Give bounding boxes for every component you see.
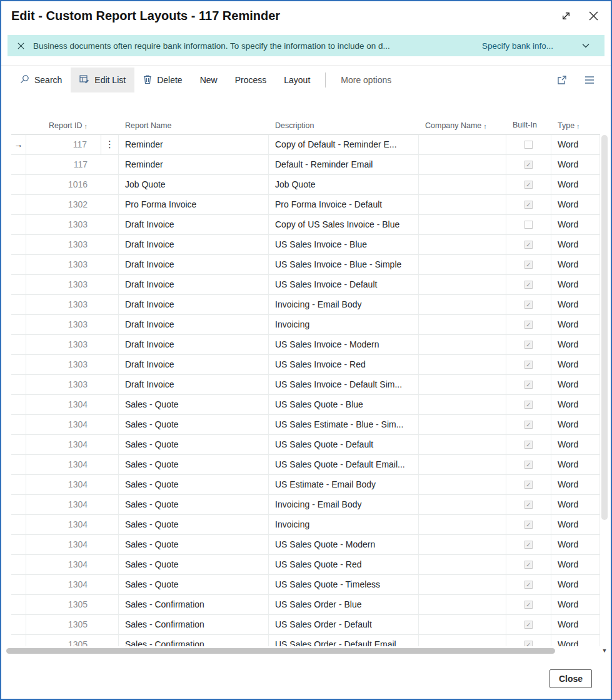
company-name-cell[interactable]	[419, 515, 506, 535]
type-cell[interactable]: Word	[551, 315, 600, 335]
company-name-cell[interactable]	[419, 295, 506, 315]
table-row[interactable]: 1304 Sales - Quote US Sales Estimate - B…	[11, 415, 600, 435]
report-id-cell[interactable]: 1304	[26, 455, 101, 475]
company-name-cell[interactable]	[419, 575, 506, 595]
report-name-cell[interactable]: Sales - Quote	[119, 555, 269, 575]
report-name-cell[interactable]: Pro Forma Invoice	[119, 195, 269, 215]
row-selector-cell[interactable]	[11, 375, 26, 395]
notification-action-link[interactable]: Specify bank info...	[482, 41, 553, 51]
table-row[interactable]: → 117 ⋮ Reminder Copy of Default - Remin…	[11, 135, 600, 155]
row-selector-cell[interactable]	[11, 635, 26, 646]
table-row[interactable]: 1305 Sales - Confirmation US Sales Order…	[11, 635, 600, 646]
description-cell[interactable]: US Sales Order - Default Email...	[269, 635, 419, 646]
edit-list-button[interactable]: Edit List	[71, 68, 134, 92]
row-menu-cell[interactable]	[101, 495, 119, 515]
company-name-cell[interactable]	[419, 255, 506, 275]
row-selector-cell[interactable]	[11, 395, 26, 415]
table-row[interactable]: 1304 Sales - Quote US Sales Quote - Defa…	[11, 455, 600, 475]
row-menu-cell[interactable]	[101, 175, 119, 195]
description-cell[interactable]: Default - Reminder Email	[269, 155, 419, 175]
report-name-cell[interactable]: Draft Invoice	[119, 215, 269, 235]
more-options-button[interactable]: More options	[332, 68, 400, 92]
row-selector-cell[interactable]	[11, 295, 26, 315]
type-cell[interactable]: Word	[551, 335, 600, 355]
description-cell[interactable]: US Sales Quote - Default Email...	[269, 455, 419, 475]
report-name-cell[interactable]: Sales - Quote	[119, 575, 269, 595]
company-name-cell[interactable]	[419, 595, 506, 615]
company-name-cell[interactable]	[419, 375, 506, 395]
row-selector-cell[interactable]	[11, 275, 26, 295]
company-name-cell[interactable]	[419, 275, 506, 295]
report-name-cell[interactable]: Draft Invoice	[119, 355, 269, 375]
type-cell[interactable]: Word	[551, 595, 600, 615]
column-header-report-id[interactable]: Report ID ↑	[26, 121, 101, 134]
table-row[interactable]: 1303 Draft Invoice US Sales Invoice - De…	[11, 375, 600, 395]
process-menu-button[interactable]: Process	[226, 68, 276, 92]
type-cell[interactable]: Word	[551, 155, 600, 175]
column-header-type[interactable]: Type ↑	[551, 121, 600, 134]
column-header-report-name[interactable]: Report Name	[119, 121, 269, 134]
table-row[interactable]: 1304 Sales - Quote US Sales Quote - Defa…	[11, 435, 600, 455]
company-name-cell[interactable]	[419, 635, 506, 646]
row-menu-cell[interactable]	[101, 355, 119, 375]
row-menu-cell[interactable]	[101, 375, 119, 395]
report-id-cell[interactable]: 117	[26, 135, 101, 155]
report-name-cell[interactable]: Draft Invoice	[119, 295, 269, 315]
vertical-scrollbar[interactable]: ▼	[599, 135, 609, 655]
report-id-cell[interactable]: 1304	[26, 475, 101, 495]
type-cell[interactable]: Word	[551, 615, 600, 635]
row-menu-cell[interactable]	[101, 255, 119, 275]
column-header-description[interactable]: Description	[269, 121, 419, 134]
description-cell[interactable]: Invoicing	[269, 315, 419, 335]
report-name-cell[interactable]: Draft Invoice	[119, 375, 269, 395]
description-cell[interactable]: US Sales Invoice - Default Sim...	[269, 375, 419, 395]
table-row[interactable]: 1303 Draft Invoice Invoicing - Email Bod…	[11, 295, 600, 315]
row-menu-cell[interactable]: ⋮	[101, 135, 119, 155]
report-name-cell[interactable]: Draft Invoice	[119, 315, 269, 335]
company-name-cell[interactable]	[419, 495, 506, 515]
company-name-cell[interactable]	[419, 415, 506, 435]
row-menu-cell[interactable]	[101, 455, 119, 475]
report-id-cell[interactable]: 1304	[26, 575, 101, 595]
report-name-cell[interactable]: Reminder	[119, 135, 269, 155]
row-selector-cell[interactable]	[11, 215, 26, 235]
row-selector-cell[interactable]	[11, 435, 26, 455]
report-id-cell[interactable]: 1303	[26, 295, 101, 315]
table-row[interactable]: 1304 Sales - Quote US Sales Quote - Red …	[11, 555, 600, 575]
scroll-down-arrow-icon[interactable]: ▼	[599, 646, 609, 655]
table-row[interactable]: 1303 Draft Invoice US Sales Invoice - Bl…	[11, 255, 600, 275]
company-name-cell[interactable]	[419, 435, 506, 455]
type-cell[interactable]: Word	[551, 475, 600, 495]
row-menu-cell[interactable]	[101, 335, 119, 355]
table-row[interactable]: 1305 Sales - Confirmation US Sales Order…	[11, 615, 600, 635]
description-cell[interactable]: US Sales Order - Blue	[269, 595, 419, 615]
row-selector-cell[interactable]	[11, 335, 26, 355]
table-row[interactable]: 1303 Draft Invoice US Sales Invoice - De…	[11, 275, 600, 295]
row-menu-cell[interactable]	[101, 615, 119, 635]
delete-button[interactable]: Delete	[134, 68, 191, 92]
row-menu-cell[interactable]	[101, 635, 119, 646]
description-cell[interactable]: US Sales Invoice - Blue - Simple	[269, 255, 419, 275]
report-name-cell[interactable]: Sales - Quote	[119, 495, 269, 515]
table-row[interactable]: 1304 Sales - Quote US Sales Quote - Blue…	[11, 395, 600, 415]
row-menu-cell[interactable]	[101, 295, 119, 315]
type-cell[interactable]: Word	[551, 295, 600, 315]
report-name-cell[interactable]: Sales - Quote	[119, 435, 269, 455]
report-id-cell[interactable]: 1304	[26, 415, 101, 435]
type-cell[interactable]: Word	[551, 535, 600, 555]
description-cell[interactable]: US Sales Quote - Red	[269, 555, 419, 575]
company-name-cell[interactable]	[419, 195, 506, 215]
table-row[interactable]: 1302 Pro Forma Invoice Pro Forma Invoice…	[11, 195, 600, 215]
row-selector-cell[interactable]	[11, 315, 26, 335]
row-selector-cell[interactable]	[11, 555, 26, 575]
company-name-cell[interactable]	[419, 395, 506, 415]
row-menu-cell[interactable]	[101, 515, 119, 535]
report-name-cell[interactable]: Sales - Quote	[119, 515, 269, 535]
description-cell[interactable]: US Sales Quote - Timeless	[269, 575, 419, 595]
description-cell[interactable]: Copy of US Sales Invoice - Blue	[269, 215, 419, 235]
company-name-cell[interactable]	[419, 235, 506, 255]
company-name-cell[interactable]	[419, 455, 506, 475]
company-name-cell[interactable]	[419, 355, 506, 375]
description-cell[interactable]: Copy of Default - Reminder E...	[269, 135, 419, 155]
row-selector-cell[interactable]	[11, 155, 26, 175]
